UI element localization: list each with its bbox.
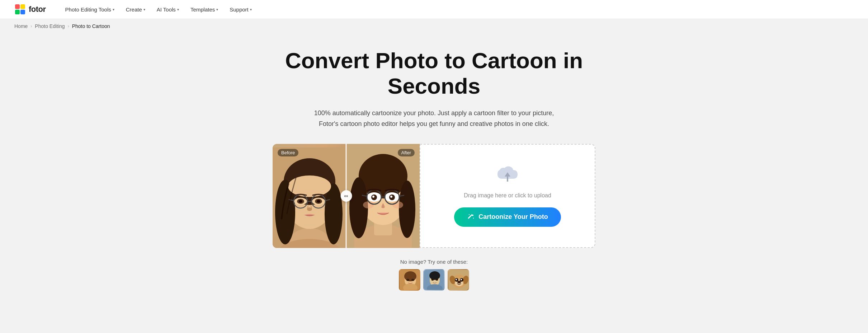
- chevron-down-icon: ▾: [216, 8, 218, 11]
- chevron-down-icon: ▾: [143, 8, 145, 11]
- nav-item-support[interactable]: Support ▾: [225, 4, 257, 15]
- svg-rect-4: [20, 10, 25, 14]
- svg-point-73: [461, 279, 462, 280]
- main-content: Convert Photo to Cartoon in Seconds 100%…: [0, 33, 868, 312]
- after-label: After: [398, 149, 415, 156]
- chevron-down-icon: ▾: [113, 8, 114, 11]
- before-image: [273, 144, 346, 248]
- svg-point-55: [404, 271, 416, 281]
- logo-text: fotor: [29, 5, 46, 14]
- svg-point-11: [325, 183, 343, 244]
- upload-icon-wrap: [496, 165, 519, 186]
- sample-thumb-3[interactable]: [448, 269, 469, 291]
- svg-point-74: [457, 281, 461, 283]
- breadcrumb-current: Photo to Cartoon: [72, 23, 110, 29]
- nav-item-create[interactable]: Create ▾: [121, 4, 150, 15]
- svg-point-58: [411, 279, 414, 281]
- svg-point-35: [363, 201, 374, 208]
- breadcrumb-home[interactable]: Home: [14, 23, 28, 29]
- svg-point-47: [390, 196, 392, 198]
- navbar: fotor Photo Editing Tools ▾ Create ▾ AI …: [0, 0, 868, 19]
- svg-point-57: [406, 279, 409, 281]
- nav-items: Photo Editing Tools ▾ Create ▾ AI Tools …: [60, 4, 854, 15]
- svg-rect-2: [20, 4, 25, 9]
- svg-rect-49: [468, 214, 472, 219]
- breadcrumb-separator-1: ›: [30, 24, 32, 29]
- logo-link[interactable]: fotor: [14, 4, 46, 15]
- breadcrumb: Home › Photo Editing › Photo to Cartoon: [0, 19, 868, 33]
- svg-point-22: [299, 200, 302, 203]
- page-subtitle: 100% automatically cartoonize your photo…: [312, 108, 556, 130]
- svg-point-64: [436, 278, 438, 281]
- after-image: [346, 144, 420, 248]
- svg-point-50: [472, 215, 473, 216]
- face-svg-after: [346, 144, 420, 248]
- svg-point-34: [399, 180, 415, 238]
- svg-point-52: [473, 218, 474, 219]
- sample-thumb-2[interactable]: [423, 269, 445, 291]
- svg-rect-1: [15, 4, 20, 9]
- logo-icon: [14, 4, 26, 15]
- upload-panel[interactable]: Drag image here or click to upload Carto…: [420, 144, 595, 248]
- sample-images: [399, 269, 469, 291]
- before-after-container: Before After: [273, 144, 420, 248]
- nav-item-templates[interactable]: Templates ▾: [185, 4, 223, 15]
- svg-point-51: [469, 214, 470, 215]
- cartoonize-icon: [467, 213, 475, 221]
- breadcrumb-separator-2: ›: [68, 24, 69, 29]
- nav-item-ai-tools[interactable]: AI Tools ▾: [152, 4, 184, 15]
- chevron-down-icon: ▾: [250, 8, 252, 11]
- chevron-down-icon: ▾: [177, 8, 179, 11]
- svg-point-23: [317, 200, 320, 203]
- before-after-divider: ⇔: [346, 144, 347, 248]
- cloud-upload-icon: [496, 165, 519, 184]
- svg-point-12: [288, 175, 331, 197]
- divider-handle[interactable]: ⇔: [340, 190, 352, 202]
- svg-point-46: [372, 196, 374, 198]
- demo-area: Before After: [273, 144, 595, 248]
- sample-section: No image? Try one of these:: [399, 259, 469, 291]
- breadcrumb-photo-editing[interactable]: Photo Editing: [35, 23, 65, 29]
- nav-item-photo-editing-tools[interactable]: Photo Editing Tools ▾: [60, 4, 119, 15]
- svg-point-72: [456, 279, 457, 280]
- svg-point-63: [431, 278, 434, 281]
- sample-label: No image? Try one of these:: [400, 259, 468, 265]
- page-title: Convert Photo to Cartoon in Seconds: [273, 48, 595, 99]
- svg-rect-3: [15, 10, 20, 14]
- sample-thumb-1[interactable]: [399, 269, 420, 291]
- cartoonize-button[interactable]: Cartoonize Your Photo: [454, 207, 561, 227]
- face-svg-before: [273, 147, 346, 248]
- svg-point-36: [392, 201, 403, 208]
- svg-point-61: [429, 271, 440, 280]
- upload-drag-text: Drag image here or click to upload: [464, 192, 551, 199]
- before-label: Before: [278, 149, 298, 156]
